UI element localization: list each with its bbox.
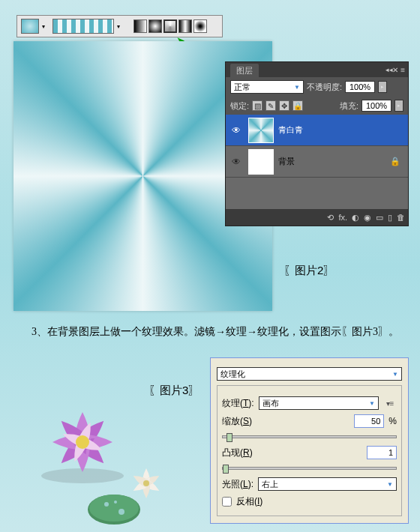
texture-value: 画布	[262, 398, 279, 409]
chevron-down-icon: ▼	[387, 481, 393, 488]
filter-name-select[interactable]: 纹理化 ▼	[217, 367, 402, 381]
lock-pixels-icon[interactable]: ✎	[266, 100, 276, 111]
lock-all-icon[interactable]: 🔒	[292, 100, 303, 111]
mask-icon[interactable]: ◐	[352, 213, 359, 223]
fill-label: 填充:	[340, 100, 358, 112]
gradient-dropdown-icon[interactable]: ▾	[117, 23, 124, 30]
layer-list: 👁 青白青 👁 背景 🔒	[226, 115, 408, 209]
folder-icon[interactable]: ▭	[376, 213, 383, 223]
fill-input[interactable]: 100%	[362, 100, 392, 112]
new-layer-icon[interactable]: ▯	[388, 213, 392, 223]
layer-item[interactable]: 👁 背景 🔒	[226, 146, 408, 178]
gradient-options-bar: ▾ ▾	[16, 15, 223, 37]
visibility-icon[interactable]: 👁	[229, 125, 244, 136]
lock-label: 锁定:	[230, 100, 249, 112]
relief-label: 凸现(R)	[222, 447, 253, 459]
layers-panel: 图层 ◂◂ ✕ ≡ 正常 ▼ 不透明度: 100% ▸ 锁定: ▧ ✎ ✥ 🔒 …	[225, 61, 409, 226]
chevron-down-icon: ▼	[294, 84, 300, 91]
panel-footer: ⟲ fx. ◐ ◉ ▭ ▯ 🗑	[226, 209, 408, 226]
layer-name: 青白青	[278, 124, 303, 136]
visibility-icon[interactable]: 👁	[229, 157, 244, 167]
relief-slider[interactable]	[222, 467, 397, 470]
instruction-text: 3、在背景图层上做一个纹理效果。滤镜→纹理→纹理化，设置图示〖图片3〗。	[10, 324, 410, 340]
blend-mode-select[interactable]: 正常 ▼	[230, 80, 304, 94]
panel-menu-icon[interactable]: ✕ ≡	[392, 66, 405, 74]
light-select[interactable]: 右上 ▼	[258, 477, 397, 491]
layer-thumbnail[interactable]	[248, 118, 274, 143]
lock-icon: 🔒	[390, 157, 400, 166]
panel-header: 图层 ◂◂ ✕ ≡	[226, 62, 408, 77]
opacity-arrow-icon[interactable]: ▸	[378, 81, 387, 93]
lock-fill-row: 锁定: ▧ ✎ ✥ 🔒 填充: 100% ▸	[226, 97, 408, 115]
texture-select[interactable]: 画布 ▼	[259, 396, 379, 410]
texture-menu-icon[interactable]: ▾≡	[383, 399, 397, 408]
svg-point-1	[76, 435, 89, 449]
svg-point-6	[118, 509, 124, 515]
reflected-gradient-button[interactable]	[178, 19, 192, 33]
fx-icon[interactable]: fx.	[338, 213, 347, 222]
trash-icon[interactable]: 🗑	[397, 213, 405, 222]
texture-group: 纹理(T): 画布 ▼ ▾≡ 缩放(S) 50 % 凸现(R) 1 光照(L):…	[217, 385, 402, 516]
relief-input[interactable]: 1	[367, 446, 397, 459]
lock-icons-group: ▧ ✎ ✥ 🔒	[252, 100, 303, 111]
layer-name: 背景	[278, 156, 295, 167]
chevron-down-icon: ▼	[392, 371, 398, 378]
layer-empty-area[interactable]	[226, 178, 408, 209]
blend-opacity-row: 正常 ▼ 不透明度: 100% ▸	[226, 77, 408, 97]
gradient-preview[interactable]	[52, 19, 114, 34]
adjustment-icon[interactable]: ◉	[364, 213, 371, 223]
gradient-swatch[interactable]	[21, 19, 39, 34]
opacity-label: 不透明度:	[307, 82, 342, 93]
layers-tab[interactable]: 图层	[230, 64, 259, 78]
radial-gradient-button[interactable]	[148, 19, 162, 33]
invert-label: 反相(I)	[236, 495, 262, 508]
fill-arrow-icon[interactable]: ▸	[394, 100, 404, 112]
svg-point-2	[143, 480, 149, 486]
scale-input[interactable]: 50	[354, 414, 384, 428]
svg-point-5	[104, 502, 109, 507]
texture-label: 纹理(T):	[222, 397, 254, 410]
texturize-dialog: 纹理化 ▼ 纹理(T): 画布 ▼ ▾≡ 缩放(S) 50 % 凸现(R) 1 …	[210, 357, 409, 524]
scale-label: 缩放(S)	[222, 415, 252, 428]
light-label: 光照(L):	[222, 478, 254, 491]
svg-point-4	[89, 495, 139, 522]
layer-item[interactable]: 👁 青白青	[226, 115, 408, 146]
lock-transparency-icon[interactable]: ▧	[252, 100, 262, 111]
angle-gradient-button[interactable]	[164, 19, 177, 33]
linear-gradient-button[interactable]	[134, 19, 147, 33]
svg-point-7	[114, 501, 117, 504]
link-layers-icon[interactable]: ⟲	[327, 213, 334, 223]
lotus-leaf-image	[84, 493, 144, 531]
scale-slider[interactable]	[222, 435, 397, 438]
opacity-input[interactable]: 100%	[345, 81, 375, 93]
figure-2-caption: 〖图片2〗	[284, 264, 334, 278]
invert-checkbox[interactable]	[222, 497, 232, 507]
light-value: 右上	[262, 479, 278, 490]
swatch-dropdown-icon[interactable]: ▾	[42, 23, 50, 30]
blend-mode-value: 正常	[234, 82, 250, 93]
chevron-down-icon: ▼	[369, 400, 375, 407]
figure-3-caption: 〖图片3〗	[148, 384, 200, 398]
gradient-type-group	[134, 19, 207, 33]
filter-name-value: 纹理化	[220, 369, 245, 380]
diamond-gradient-button[interactable]	[194, 19, 207, 33]
lock-position-icon[interactable]: ✥	[279, 100, 290, 111]
layer-thumbnail[interactable]	[248, 149, 274, 175]
scale-unit: %	[388, 416, 397, 426]
